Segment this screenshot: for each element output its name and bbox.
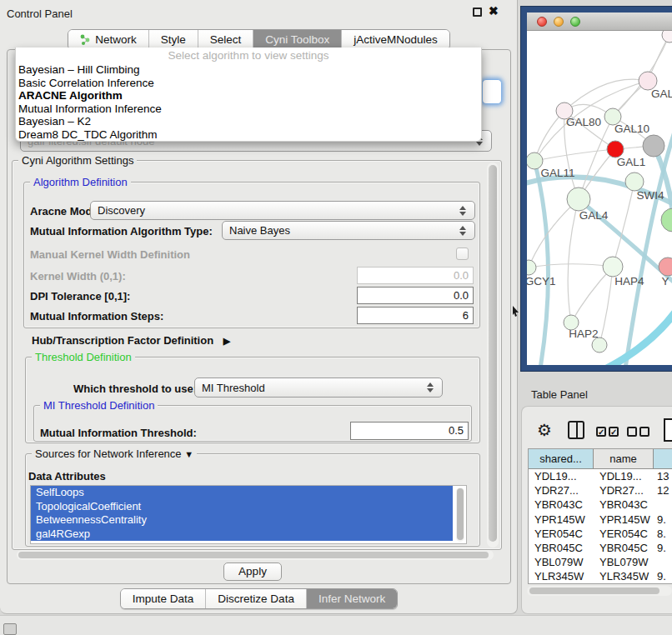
tab-style[interactable]: Style (148, 30, 198, 49)
scrollbar-thumb[interactable] (18, 552, 489, 558)
dropdown-item[interactable]: Dream8 DC_TDC Algorithm (16, 128, 481, 142)
network-node[interactable] (567, 188, 590, 211)
network-edge[interactable] (534, 149, 615, 161)
settings-horizontal-scrollbar[interactable] (17, 550, 494, 560)
table-row[interactable]: YDR27...YDR27...12 (529, 483, 672, 498)
scrollbar-thumb[interactable] (529, 588, 659, 594)
tab-cyni-toolbox[interactable]: Cyni Toolbox (253, 30, 341, 49)
scrollbar-thumb[interactable] (489, 165, 497, 542)
minimize-traffic-light-icon[interactable] (554, 17, 564, 27)
network-edge[interactable] (602, 308, 672, 365)
select-all-checkbox-icon[interactable]: ✓ (609, 427, 619, 437)
tab-jactivemnodules[interactable]: jActiveMNodules (341, 30, 449, 49)
network-edge[interactable] (534, 161, 548, 365)
kernel-width-field[interactable]: 0.0 (357, 267, 474, 284)
manual-kernel-width-checkbox[interactable] (456, 248, 469, 260)
column-header[interactable]: shared... (529, 449, 594, 469)
data-attributes-label: Data Attributes (28, 470, 106, 482)
network-node[interactable] (661, 208, 672, 232)
table-row[interactable]: YBR043CYBR043C (529, 498, 672, 512)
network-window-titlebar[interactable] (527, 12, 672, 31)
network-edge[interactable] (613, 182, 634, 267)
list-item[interactable]: BetweennessCentrality (31, 513, 453, 528)
network-node[interactable] (603, 257, 623, 277)
tab-network[interactable]: Network (68, 30, 148, 49)
network-edge[interactable] (564, 79, 648, 111)
network-edge[interactable] (599, 267, 613, 345)
dpi-tolerance-field[interactable]: 0.0 (357, 287, 474, 304)
list-item[interactable]: TopologicalCoefficient (31, 500, 453, 514)
focused-combobox-fragment[interactable] (482, 79, 502, 104)
table-cell: YBR045C (529, 541, 594, 555)
node-label: SWI4 (636, 189, 664, 202)
mi-algorithm-type-combobox[interactable]: Naive Bayes (222, 221, 475, 240)
list-item[interactable]: gal4RGexp (31, 528, 453, 542)
table-horizontal-scrollbar[interactable] (527, 586, 672, 596)
dropdown-item[interactable]: Bayesian – K2 (16, 115, 481, 128)
table-row[interactable]: YIL052CYIL052C9 (529, 584, 672, 585)
table-row[interactable]: YLR345WYLR345W9. (529, 569, 672, 583)
zoom-traffic-light-icon[interactable] (570, 17, 580, 27)
node-label: HAP2 (569, 328, 598, 340)
table-cell: 12 (654, 483, 672, 498)
tab-impute-data[interactable]: Impute Data (121, 589, 206, 608)
tab-network-label: Network (95, 33, 137, 46)
expand-arrow-icon[interactable]: ▶ (223, 336, 230, 346)
collapse-arrow-icon[interactable]: ▼ (184, 449, 193, 459)
close-icon[interactable]: ✖ (489, 4, 499, 18)
network-edge[interactable] (568, 199, 579, 322)
list-item[interactable]: SelfLoops (31, 486, 453, 500)
mi-threshold-label: Mutual Information Threshold: (40, 427, 197, 439)
table-row[interactable]: YER054CYER054C8. (529, 527, 672, 541)
table-row[interactable]: YBL079WYBL079W (529, 555, 672, 569)
select-all-checkbox-icon[interactable]: ✓ (596, 427, 606, 437)
sources-title[interactable]: Sources for Network Inference ▼ (32, 448, 197, 460)
scrollbar-thumb[interactable] (457, 488, 464, 540)
tab-discretize-data[interactable]: Discretize Data (205, 589, 306, 608)
mi-steps-field[interactable]: 6 (357, 307, 474, 324)
mi-algorithm-type-value: Naive Bayes (229, 224, 290, 237)
dpi-tolerance-label: DPI Tolerance [0,1]: (30, 290, 130, 302)
network-node[interactable] (643, 135, 664, 157)
table-row[interactable]: YPR145WYPR145W9. (529, 512, 672, 527)
apply-button[interactable]: Apply (223, 562, 282, 581)
table-row[interactable]: YDL19...YDL19...13 (529, 469, 672, 483)
dropdown-item[interactable]: Basic Correlation Inference (16, 77, 481, 90)
network-node[interactable] (527, 260, 536, 275)
settings-vertical-scrollbar[interactable] (487, 162, 499, 548)
network-node[interactable] (625, 172, 644, 191)
network-node[interactable] (662, 31, 672, 42)
tab-infer-network[interactable]: Infer Network (306, 589, 397, 608)
aracne-mode-combobox[interactable]: Discovery (90, 201, 475, 220)
dropdown-item-selected[interactable]: ARACNE Algorithm (16, 89, 481, 102)
hub-definition-label[interactable]: Hub/Transcription Factor Definition ▶ (32, 334, 230, 347)
mi-algorithm-type-label: Mutual Information Algorithm Type: (30, 225, 213, 238)
network-canvas[interactable]: GALGAL80GAL10GAL1GAL11SWI4GAL4GCY1HAP4YH… (527, 31, 672, 365)
node-label: GAL80 (566, 116, 601, 128)
column-header[interactable]: name (594, 449, 654, 469)
dropdown-item[interactable]: Bayesian – Hill Climbing (16, 63, 481, 77)
network-node[interactable] (607, 141, 624, 158)
deselect-all-checkbox-icon[interactable] (627, 427, 637, 437)
columns-icon[interactable] (568, 421, 584, 439)
table-cell: 13 (654, 469, 672, 483)
aracne-mode-value: Discovery (98, 204, 145, 217)
tab-select[interactable]: Select (198, 30, 253, 49)
table-cell: YBL079W (594, 555, 654, 569)
mi-threshold-field[interactable]: 0.5 (350, 422, 469, 440)
list-vertical-scrollbar[interactable] (456, 488, 464, 542)
panel-dock-icon[interactable] (3, 623, 17, 635)
dropdown-item[interactable]: Mutual Information Inference (16, 102, 481, 116)
document-icon[interactable] (664, 418, 672, 442)
which-threshold-combobox[interactable]: MI Threshold (194, 378, 443, 398)
gear-icon[interactable]: ⚙ (537, 420, 552, 440)
network-node[interactable] (659, 258, 672, 276)
table-row[interactable]: YBR045CYBR045C9. (529, 541, 672, 555)
mouse-cursor (512, 306, 519, 317)
column-header[interactable] (654, 449, 672, 469)
close-traffic-light-icon[interactable] (537, 17, 547, 27)
deselect-all-checkbox-icon[interactable] (639, 427, 649, 437)
network-edge[interactable] (529, 264, 613, 268)
float-window-icon[interactable] (473, 8, 482, 17)
combo-arrows-icon (427, 382, 435, 392)
